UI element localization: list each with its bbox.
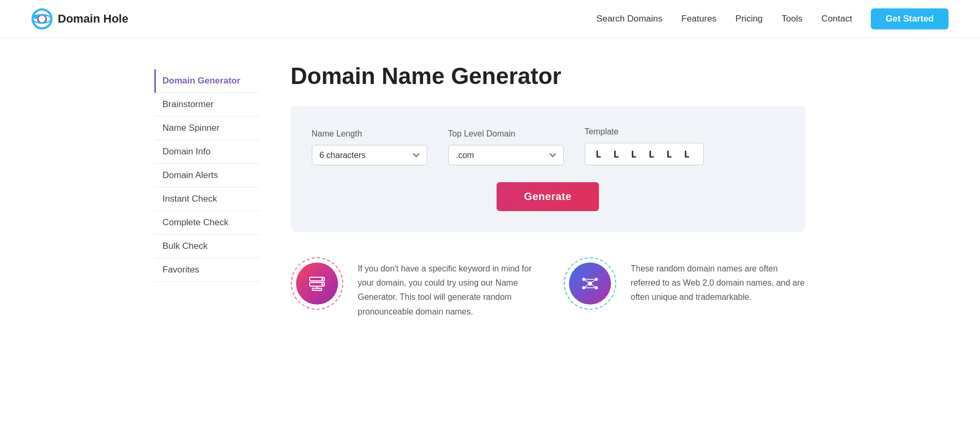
- nav-tools[interactable]: Tools: [782, 14, 803, 24]
- fields-row: Name Length 3 characters 4 characters 5 …: [312, 127, 784, 165]
- info-icon-wrap-1: [291, 257, 343, 310]
- sidebar-item-name-spinner[interactable]: Name Spinner: [154, 117, 259, 140]
- name-length-select[interactable]: 3 characters 4 characters 5 characters 6…: [312, 145, 427, 165]
- svg-line-15: [584, 279, 590, 284]
- server-icon: [305, 272, 329, 295]
- info-card-1: If you don't have a specific keyword in …: [291, 257, 532, 319]
- template-display: L L L L L L: [585, 143, 704, 165]
- nav-search-domains[interactable]: Search Domains: [596, 14, 662, 24]
- logo-text: Domain Hole: [58, 12, 128, 26]
- tld-group: Top Level Domain .com .net .org .io .co …: [448, 129, 564, 165]
- logo[interactable]: Domain Hole: [31, 8, 128, 29]
- name-length-group: Name Length 3 characters 4 characters 5 …: [312, 129, 427, 165]
- svg-point-1: [38, 15, 46, 23]
- generate-row: Generate: [312, 182, 784, 211]
- sidebar-item-complete-check[interactable]: Complete Check: [154, 211, 259, 235]
- sidebar-item-domain-alerts[interactable]: Domain Alerts: [154, 164, 259, 187]
- svg-point-7: [321, 284, 323, 286]
- info-row: If you don't have a specific keyword in …: [291, 257, 805, 319]
- tld-select[interactable]: .com .net .org .io .co .info: [448, 145, 564, 165]
- info-icon-wrap-2: [564, 257, 616, 310]
- page-title: Domain Name Generator: [291, 63, 805, 89]
- template-label: Template: [585, 127, 704, 137]
- get-started-button[interactable]: Get Started: [871, 8, 949, 29]
- svg-line-18: [590, 284, 596, 288]
- svg-point-3: [34, 15, 38, 19]
- sidebar-item-domain-info[interactable]: Domain Info: [154, 140, 259, 164]
- svg-line-17: [584, 284, 590, 288]
- name-length-label: Name Length: [312, 129, 427, 139]
- info-card-2: These random domain names are often refe…: [564, 257, 805, 310]
- sidebar-item-bulk-check[interactable]: Bulk Check: [154, 235, 259, 258]
- template-group: Template L L L L L L: [585, 127, 704, 165]
- generator-card: Name Length 3 characters 4 characters 5 …: [291, 106, 805, 232]
- svg-line-16: [590, 279, 596, 284]
- main-nav: Search Domains Features Pricing Tools Co…: [596, 8, 949, 29]
- info-icon-inner-2: [569, 263, 611, 305]
- sidebar-item-domain-generator[interactable]: Domain Generator: [154, 69, 259, 93]
- nav-contact[interactable]: Contact: [821, 14, 852, 24]
- nav-features[interactable]: Features: [681, 14, 716, 24]
- svg-rect-8: [312, 288, 322, 290]
- nav-pricing[interactable]: Pricing: [735, 14, 763, 24]
- info-card-1-text: If you don't have a specific keyword in …: [358, 257, 532, 319]
- sidebar-item-favorites[interactable]: Favorites: [154, 258, 259, 282]
- svg-point-6: [321, 278, 323, 280]
- generate-button[interactable]: Generate: [497, 182, 599, 211]
- sidebar: Domain Generator Brainstormer Name Spinn…: [154, 38, 270, 344]
- network-icon: [578, 272, 602, 295]
- sidebar-item-brainstormer[interactable]: Brainstormer: [154, 93, 259, 117]
- tld-label: Top Level Domain: [448, 129, 564, 139]
- svg-point-0: [33, 9, 51, 28]
- sidebar-item-instant-check[interactable]: Instant Check: [154, 187, 259, 211]
- info-icon-inner-1: [296, 263, 338, 305]
- main-content: Domain Name Generator Name Length 3 char…: [270, 38, 826, 344]
- info-card-2-text: These random domain names are often refe…: [631, 257, 805, 305]
- logo-icon: [31, 8, 52, 29]
